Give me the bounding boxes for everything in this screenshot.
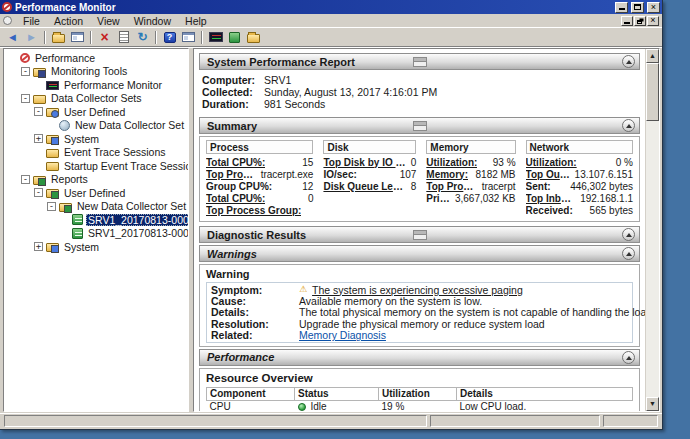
tree-item-new-data-collector-set[interactable]: -New Data Collector Set [6, 200, 188, 214]
help-button[interactable]: ? [161, 29, 178, 45]
tree-item-system[interactable]: +System [6, 240, 188, 254]
folder-report-icon [33, 176, 46, 185]
menu-view[interactable]: View [90, 15, 127, 27]
tree-item-user-defined[interactable]: -User Defined [6, 105, 188, 119]
summary-link-label[interactable]: Total CPU%: [206, 193, 265, 204]
tree-item-startup-event-trace-sessions[interactable]: Startup Event Trace Sessions [6, 159, 188, 173]
warning-row: Cause:Available memory on the system is … [211, 295, 628, 306]
summary-row: Total CPU%:0 [206, 192, 313, 204]
new-window-button[interactable] [180, 29, 197, 45]
tree-item-performance-monitor[interactable]: Performance Monitor [6, 78, 188, 92]
summary-link-label[interactable]: Top Process Group: [206, 169, 257, 180]
menu-bar: FileActionViewWindowHelp × [0, 14, 662, 28]
title-bar[interactable]: Performance Monitor × [0, 0, 662, 14]
tree-item-new-data-collector-set[interactable]: New Data Collector Set [6, 119, 188, 133]
summary-link-label[interactable]: Memory: [426, 169, 468, 180]
table-column-header-status: Status [295, 387, 379, 400]
show-hide-console-tree-button[interactable] [69, 29, 86, 45]
summary-row: Private Working Set:3,667,032 KB [426, 192, 515, 204]
scroll-down-button[interactable]: ▼ [646, 397, 659, 411]
section-header-system-performance-report[interactable]: System Performance Report [199, 53, 640, 70]
summary-link-label[interactable]: Top Process Group: [206, 205, 301, 216]
export-list-button[interactable] [115, 29, 132, 45]
collapse-section-button[interactable] [622, 228, 635, 241]
child-minimize-button[interactable] [621, 16, 633, 26]
summary-value: 446,302 bytes [566, 181, 633, 192]
tree-expander[interactable]: + [34, 242, 43, 251]
tree-expander[interactable]: - [21, 94, 30, 103]
tree-expander[interactable]: - [34, 188, 43, 197]
delete-button[interactable] [96, 29, 113, 45]
section-header-warnings[interactable]: Warnings [199, 245, 640, 262]
tree-expander[interactable]: - [47, 202, 56, 211]
summary-value: 0 % [612, 157, 633, 168]
minimize-button[interactable] [615, 2, 628, 13]
tree-item-srv1-20170813-000010[interactable]: SRV1_20170813-000010 [6, 213, 188, 227]
summary-row: Top Process:tracerpt [426, 180, 515, 192]
status-green-icon [298, 403, 306, 411]
data-collector-button[interactable] [226, 29, 243, 45]
tree-item-user-defined[interactable]: -User Defined [6, 186, 188, 200]
forward-button[interactable] [23, 29, 40, 45]
vertical-scrollbar[interactable]: ▲ ▼ [645, 49, 659, 411]
child-restore-button[interactable] [634, 16, 646, 26]
list-sheet-icon [119, 31, 129, 43]
warning-link[interactable]: Memory Diagnosis [299, 329, 386, 341]
tree-expander[interactable]: - [34, 107, 43, 116]
open-log-button[interactable] [50, 29, 67, 45]
window-title: Performance Monitor [15, 2, 612, 13]
summary-link-label[interactable]: Disk Queue Length: [323, 181, 406, 192]
summary-link-label[interactable]: Top Outbound Client: [526, 169, 571, 180]
status-cell [430, 415, 600, 427]
tree-item-monitoring-tools[interactable]: -Monitoring Tools [6, 65, 188, 79]
menu-window[interactable]: Window [127, 15, 178, 27]
maximize-button[interactable] [631, 2, 644, 13]
scrollbar-thumb[interactable] [646, 63, 659, 121]
back-button[interactable] [4, 29, 21, 45]
status-cell [603, 415, 658, 427]
summary-row: Memory:8182 MB [426, 168, 515, 180]
open-folder-button[interactable] [245, 29, 262, 45]
summary-row: IO/sec:107 [323, 168, 416, 180]
tree-item-srv1-20170813-000011[interactable]: SRV1_20170813-000011 [6, 227, 188, 241]
summary-link-label[interactable]: Utilization: [526, 157, 577, 168]
summary-link-label[interactable]: Top Disk by IO Rate: [323, 157, 406, 168]
menu-help[interactable]: Help [178, 15, 214, 27]
section-title: System Performance Report [207, 56, 355, 68]
tree-item-performance[interactable]: Performance [6, 51, 188, 65]
section-header-diagnostic-results[interactable]: Diagnostic Results [199, 226, 640, 243]
collapse-section-button[interactable] [622, 247, 635, 260]
scroll-up-button[interactable]: ▲ [646, 49, 659, 63]
summary-link-label[interactable]: Utilization: [426, 157, 477, 168]
collapse-section-button[interactable] [622, 351, 635, 364]
section-header-performance[interactable]: Performance [199, 349, 640, 366]
user-folder-green-icon [46, 189, 59, 198]
warning-link[interactable]: The system is experiencing excessive pag… [312, 284, 523, 296]
summary-link-label[interactable]: Total CPU%: [206, 157, 265, 168]
green-log-icon [229, 32, 240, 43]
refresh-button[interactable] [134, 29, 151, 45]
menu-action[interactable]: Action [47, 15, 90, 27]
collapse-section-button[interactable] [622, 119, 635, 132]
scrollbar-track[interactable] [646, 63, 659, 397]
tree-expander[interactable]: - [21, 67, 30, 76]
tree-expander[interactable]: + [34, 134, 43, 143]
summary-link-label[interactable]: Top Process: [426, 181, 477, 192]
tree-item-reports[interactable]: -Reports [6, 173, 188, 187]
collapse-section-button[interactable] [622, 55, 635, 68]
performance-view-button[interactable] [207, 29, 224, 45]
summary-link-label[interactable]: Top Inbound Client: [526, 193, 577, 204]
folder-system-icon [46, 135, 59, 144]
child-close-button[interactable]: × [647, 16, 659, 26]
open-folder-icon [247, 34, 260, 43]
tree-expander[interactable]: - [21, 175, 30, 184]
menu-file[interactable]: File [16, 15, 47, 27]
tree-item-event-trace-sessions[interactable]: Event Trace Sessions [6, 146, 188, 160]
warning-box-title: Warning [206, 268, 633, 280]
section-header-summary[interactable]: Summary [199, 117, 640, 134]
expander-spacer [34, 148, 43, 157]
close-button[interactable]: × [647, 2, 660, 13]
tree-item-data-collector-sets[interactable]: -Data Collector Sets [6, 92, 188, 106]
tree-item-system[interactable]: +System [6, 132, 188, 146]
folder-icon [33, 95, 46, 104]
